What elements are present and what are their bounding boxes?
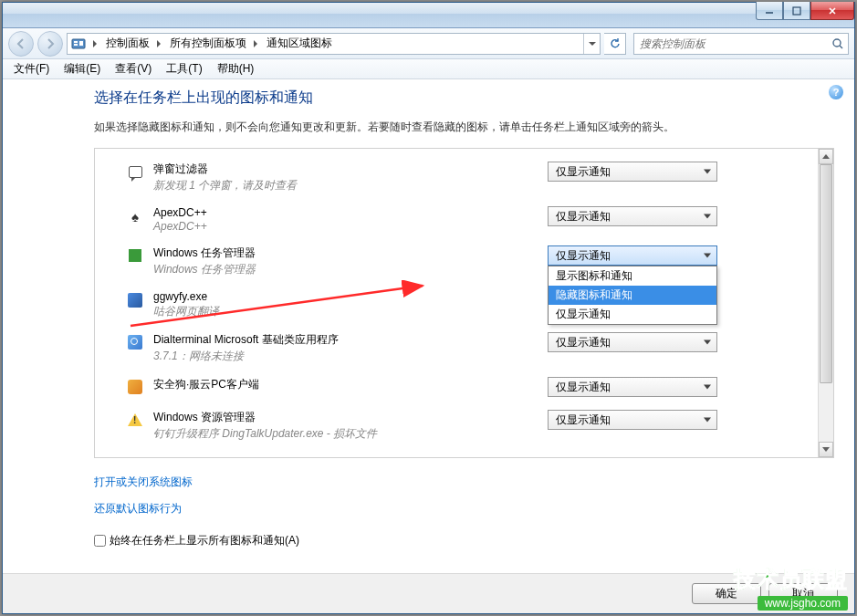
app-subtitle: 3.7.1：网络未连接 bbox=[153, 349, 538, 364]
scroll-thumb[interactable] bbox=[820, 164, 832, 383]
back-button[interactable] bbox=[8, 31, 34, 57]
navigation-bar: 控制面板 所有控制面板项 通知区域图标 bbox=[3, 28, 854, 59]
svg-rect-5 bbox=[79, 41, 83, 46]
svg-line-7 bbox=[840, 46, 842, 48]
behavior-value: 仅显示通知 bbox=[556, 248, 611, 264]
app-subtitle: 咕谷网页翻译 bbox=[153, 304, 538, 319]
behavior-value: 仅显示通知 bbox=[556, 164, 611, 180]
dropdown-option-selected[interactable]: 隐藏图标和通知 bbox=[549, 286, 716, 305]
breadcrumb-seg-3[interactable]: 通知区域图标 bbox=[263, 34, 336, 54]
help-icon[interactable]: ? bbox=[829, 85, 843, 99]
forward-button[interactable] bbox=[37, 31, 63, 57]
window-controls bbox=[756, 2, 854, 20]
menu-help[interactable]: 帮助(H) bbox=[210, 59, 262, 78]
dialog-footer: 确定 取消 bbox=[3, 573, 854, 613]
app-text: 弹窗过滤器新发现 1 个弹窗，请及时查看 bbox=[153, 162, 538, 193]
close-button[interactable] bbox=[810, 2, 854, 20]
minimize-button[interactable] bbox=[756, 2, 783, 20]
breadcrumb-dropdown[interactable] bbox=[583, 34, 600, 54]
search-box[interactable] bbox=[633, 33, 849, 55]
app-icon bbox=[126, 246, 144, 265]
app-text: Dialterminal Microsoft 基础类应用程序3.7.1：网络未连… bbox=[153, 332, 538, 364]
app-icon bbox=[126, 411, 144, 429]
svg-rect-3 bbox=[74, 41, 78, 43]
dropdown-option[interactable]: 仅显示通知 bbox=[549, 305, 716, 324]
app-name: 弹窗过滤器 bbox=[153, 162, 538, 177]
search-input[interactable] bbox=[634, 37, 828, 50]
app-text: Windows 任务管理器Windows 任务管理器 bbox=[153, 245, 538, 277]
svg-rect-4 bbox=[74, 44, 78, 46]
behavior-dropdown[interactable]: 仅显示通知 bbox=[548, 206, 717, 226]
app-row: Windows 资源管理器钉钉升级程序 DingTalkUpdater.exe … bbox=[126, 410, 818, 442]
app-name: ggwyfy.exe bbox=[153, 290, 538, 303]
behavior-dropdown[interactable]: 仅显示通知 bbox=[548, 162, 717, 182]
app-subtitle: 新发现 1 个弹窗，请及时查看 bbox=[153, 178, 538, 193]
behavior-dropdown[interactable]: 仅显示通知 bbox=[548, 377, 717, 397]
behavior-value: 仅显示通知 bbox=[556, 412, 611, 428]
address-breadcrumb[interactable]: 控制面板 所有控制面板项 通知区域图标 bbox=[67, 33, 601, 55]
dropdown-option[interactable]: 显示图标和通知 bbox=[549, 266, 716, 286]
control-panel-icon bbox=[69, 35, 88, 53]
content-area: ? 选择在任务栏上出现的图标和通知 如果选择隐藏图标和通知，则不会向您通知更改和… bbox=[3, 79, 854, 573]
app-name: Dialterminal Microsoft 基础类应用程序 bbox=[153, 332, 538, 348]
menu-edit[interactable]: 编辑(E) bbox=[57, 59, 108, 78]
app-text: 安全狗·服云PC客户端 bbox=[153, 377, 538, 392]
scroll-up-button[interactable] bbox=[819, 149, 833, 164]
app-icon bbox=[126, 378, 144, 396]
page-title: 选择在任务栏上出现的图标和通知 bbox=[94, 89, 834, 108]
app-name: Windows 任务管理器 bbox=[153, 245, 538, 261]
control-panel-window: 控制面板 所有控制面板项 通知区域图标 文件(F) 编辑(E) 查看(V) 工具… bbox=[2, 2, 855, 614]
link-restore-defaults[interactable]: 还原默认图标行为 bbox=[94, 501, 182, 517]
menu-view[interactable]: 查看(V) bbox=[108, 59, 159, 78]
menu-bar: 文件(F) 编辑(E) 查看(V) 工具(T) 帮助(H) bbox=[3, 59, 854, 79]
menu-tools[interactable]: 工具(T) bbox=[159, 59, 209, 78]
window-titlebar bbox=[3, 3, 854, 28]
links-section: 打开或关闭系统图标 还原默认图标行为 bbox=[94, 473, 834, 526]
app-icon bbox=[126, 291, 144, 309]
app-name: ApexDC++ bbox=[153, 206, 538, 219]
breadcrumb-sep bbox=[250, 37, 263, 50]
behavior-value: 仅显示通知 bbox=[556, 380, 611, 395]
icon-list: 弹窗过滤器新发现 1 个弹窗，请及时查看仅显示通知♠ApexDC++ApexDC… bbox=[95, 149, 818, 457]
breadcrumb-sep bbox=[153, 37, 166, 50]
app-row: Dialterminal Microsoft 基础类应用程序3.7.1：网络未连… bbox=[126, 332, 818, 364]
app-row: Windows 任务管理器Windows 任务管理器仅显示通知显示图标和通知隐藏… bbox=[126, 245, 818, 277]
behavior-dropdown[interactable]: 仅显示通知显示图标和通知隐藏图标和通知仅显示通知 bbox=[548, 245, 717, 266]
always-show-checkbox-row[interactable]: 始终在任务栏上显示所有图标和通知(A) bbox=[94, 533, 834, 548]
link-system-icons[interactable]: 打开或关闭系统图标 bbox=[94, 475, 193, 490]
always-show-checkbox[interactable] bbox=[94, 535, 106, 547]
cancel-button[interactable]: 取消 bbox=[768, 583, 838, 604]
app-text: Windows 资源管理器钉钉升级程序 DingTalkUpdater.exe … bbox=[153, 410, 538, 442]
page-description: 如果选择隐藏图标和通知，则不会向您通知更改和更新。若要随时查看隐藏的图标，请单击… bbox=[94, 119, 834, 135]
vertical-scrollbar[interactable] bbox=[818, 149, 833, 457]
behavior-value: 仅显示通知 bbox=[556, 209, 611, 224]
svg-point-6 bbox=[833, 39, 841, 47]
app-subtitle: ApexDC++ bbox=[153, 220, 538, 233]
menu-file[interactable]: 文件(F) bbox=[6, 59, 57, 78]
app-row: ♠ApexDC++ApexDC++仅显示通知 bbox=[126, 206, 818, 233]
behavior-dropdown[interactable]: 仅显示通知 bbox=[548, 410, 717, 430]
breadcrumb-sep bbox=[89, 37, 102, 50]
app-subtitle: 钉钉升级程序 DingTalkUpdater.exe - 损坏文件 bbox=[153, 426, 538, 442]
search-icon[interactable] bbox=[828, 37, 848, 50]
app-icon bbox=[126, 333, 144, 351]
app-icon bbox=[126, 162, 144, 181]
scroll-down-button[interactable] bbox=[819, 442, 833, 457]
behavior-value: 仅显示通知 bbox=[556, 335, 611, 350]
breadcrumb-seg-2[interactable]: 所有控制面板项 bbox=[166, 34, 250, 54]
always-show-label: 始终在任务栏上显示所有图标和通知(A) bbox=[110, 533, 299, 548]
app-name: Windows 资源管理器 bbox=[153, 410, 538, 425]
app-text: ApexDC++ApexDC++ bbox=[153, 206, 538, 233]
app-subtitle: Windows 任务管理器 bbox=[153, 262, 538, 277]
app-row: 弹窗过滤器新发现 1 个弹窗，请及时查看仅显示通知 bbox=[126, 162, 818, 193]
breadcrumb-seg-1[interactable]: 控制面板 bbox=[102, 34, 153, 54]
ok-button[interactable]: 确定 bbox=[692, 583, 761, 604]
refresh-button[interactable] bbox=[604, 33, 626, 55]
app-icon: ♠ bbox=[126, 207, 144, 225]
behavior-dropdown[interactable]: 仅显示通知 bbox=[548, 332, 717, 352]
svg-rect-1 bbox=[793, 7, 800, 15]
behavior-dropdown-list[interactable]: 显示图标和通知隐藏图标和通知仅显示通知 bbox=[548, 266, 717, 325]
icon-list-frame: 弹窗过滤器新发现 1 个弹窗，请及时查看仅显示通知♠ApexDC++ApexDC… bbox=[94, 148, 834, 458]
maximize-button[interactable] bbox=[783, 2, 810, 20]
app-name: 安全狗·服云PC客户端 bbox=[153, 377, 538, 392]
